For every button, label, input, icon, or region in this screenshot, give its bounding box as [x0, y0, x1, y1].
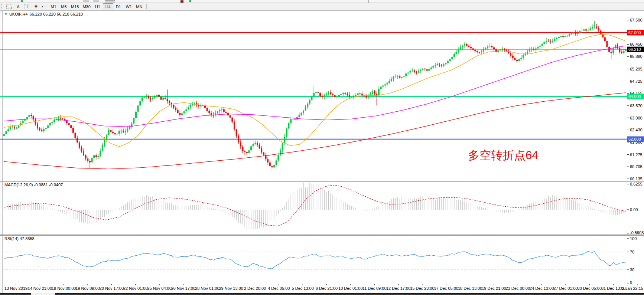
trading-app-window: F A T ❖ ▾ M1 M5 M15 M30 H1 H4 D1 W1 MN 6…: [0, 0, 644, 295]
toolbar-separator: [46, 4, 46, 9]
rsi-indicator-label: RSI(14) 47.3658: [4, 236, 35, 241]
timeframe-button-d1[interactable]: D1: [113, 3, 124, 10]
shapes-icon[interactable]: ❖: [32, 4, 40, 10]
chart-ohlc-values: 66.220 66.220 66.210 66.210: [29, 12, 83, 16]
chart-canvas[interactable]: 67.59066.45065.88065.29564.72564.15563.5…: [0, 10, 644, 295]
clipped-toolbar-fragment: [368, 0, 369, 3]
shapes-dropdown-caret-icon[interactable]: ▾: [40, 5, 44, 8]
macd-indicator-label: MACD(12,26,9) -0.0881 -0.0407: [4, 183, 63, 187]
crosshair-grid-icon[interactable]: F: [5, 4, 14, 10]
timeframe-button-mn[interactable]: MN: [134, 3, 144, 10]
clipped-toolbar-fragment: [41, 0, 41, 3]
toolbar-grip[interactable]: [1, 4, 4, 9]
chart-title: ▼ UKOil-,H4 66.220 66.220 66.210 66.210: [4, 12, 83, 16]
clipped-toolbar-fragment: [21, 0, 23, 2]
clipped-toolbar-strip: [0, 0, 644, 3]
timeframe-button-h4[interactable]: H4: [103, 3, 113, 10]
timeframe-button-h1[interactable]: H1: [92, 3, 103, 10]
timeframe-button-m1[interactable]: M1: [48, 3, 59, 10]
scrollbar-gap: [31, 293, 55, 295]
time-axis[interactable]: [0, 284, 644, 293]
chart-text-annotation: 多空转折点64: [468, 149, 538, 162]
chart-window: 67.59066.45065.88065.29564.72564.15563.5…: [0, 10, 644, 295]
price-axis[interactable]: [627, 10, 644, 284]
grid-glyph: F: [6, 4, 12, 9]
timeframe-button-m15[interactable]: M15: [69, 3, 81, 10]
text-box-icon[interactable]: T: [23, 4, 32, 10]
clipped-toolbar-fragment: [105, 0, 115, 3]
toolbar-separator: [146, 4, 147, 9]
clipped-toolbar-fragment: [180, 0, 183, 3]
clipped-toolbar-fragment: [128, 0, 128, 3]
clipped-toolbar-fragment: [93, 0, 99, 2]
timeframe-button-m5[interactable]: M5: [59, 3, 69, 10]
horizontal-scrollbar[interactable]: [0, 293, 644, 295]
clipped-toolbar-fragment: [189, 0, 191, 2]
timeframe-button-m30[interactable]: M30: [81, 3, 92, 10]
collapse-icon[interactable]: ▼: [4, 13, 7, 16]
text-label-icon[interactable]: A: [14, 4, 23, 10]
clipped-toolbar-fragment: [83, 0, 89, 2]
text-box-glyph: T: [25, 4, 30, 9]
toolbar: F A T ❖ ▾ M1 M5 M15 M30 H1 H4 D1 W1 MN: [0, 3, 644, 10]
timeframe-button-w1[interactable]: W1: [124, 3, 134, 10]
chart-symbol-period: UKOil-,H4: [9, 12, 28, 16]
